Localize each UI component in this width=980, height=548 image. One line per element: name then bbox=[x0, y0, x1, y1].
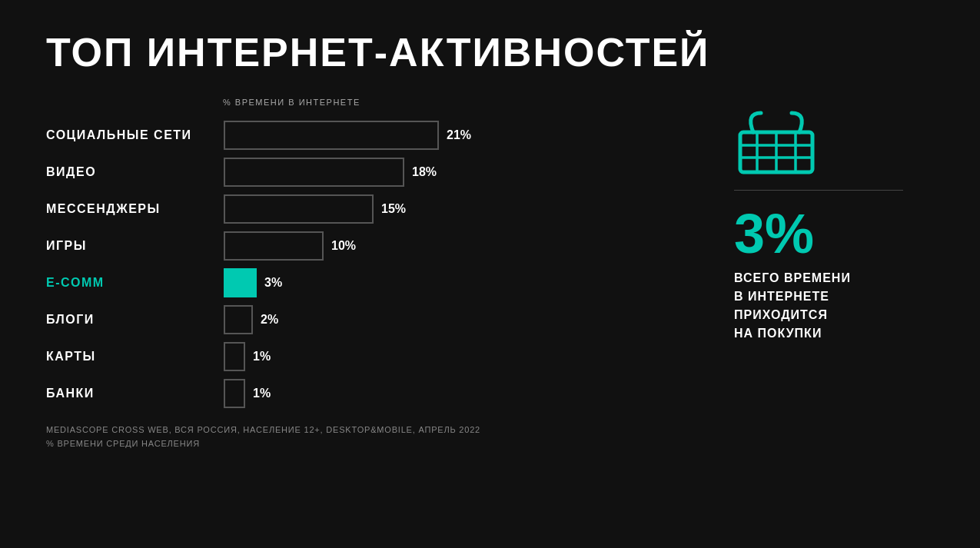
bar-container-video: 18% bbox=[224, 158, 437, 187]
bar-banks bbox=[224, 379, 245, 408]
bar-row-messengers: МЕССЕНДЖЕРЫ15% bbox=[46, 194, 703, 224]
row-label-messengers: МЕССЕНДЖЕРЫ bbox=[46, 202, 211, 216]
bar-row-ecomm: E-COMM3% bbox=[46, 268, 703, 297]
desc-line4: НА ПОКУПКИ bbox=[734, 324, 851, 343]
desc-line3: ПРИХОДИТСЯ bbox=[734, 306, 851, 324]
desc-line1: ВСЕГО ВРЕМЕНИ bbox=[734, 269, 851, 287]
row-label-video: ВИДЕО bbox=[46, 165, 211, 179]
row-label-ecomm: E-COMM bbox=[46, 276, 211, 290]
desc-line2: В ИНТЕРНЕТЕ bbox=[734, 287, 851, 306]
bar-row-social: СОЦИАЛЬНЫЕ СЕТИ21% bbox=[46, 121, 703, 150]
page-container: ТОП ИНТЕРНЕТ-АКТИВНОСТЕЙ % ВРЕМЕНИ В ИНТ… bbox=[0, 0, 980, 548]
bar-container-games: 10% bbox=[224, 231, 356, 261]
bar-container-ecomm: 3% bbox=[224, 268, 282, 297]
bar-percent-banks: 1% bbox=[253, 387, 271, 400]
row-label-banks: БАНКИ bbox=[46, 387, 211, 400]
bar-row-games: ИГРЫ10% bbox=[46, 231, 703, 261]
basket-icon bbox=[734, 105, 819, 174]
row-label-social: СОЦИАЛЬНЫЕ СЕТИ bbox=[46, 128, 211, 142]
bar-games bbox=[224, 231, 324, 261]
bar-percent-maps: 1% bbox=[253, 350, 271, 364]
bar-percent-social: 21% bbox=[447, 128, 471, 142]
bar-rows: СОЦИАЛЬНЫЕ СЕТИ21%ВИДЕО18%МЕССЕНДЖЕРЫ15%… bbox=[46, 121, 703, 408]
footer-line2: % ВРЕМЕНИ СРЕДИ НАСЕЛЕНИЯ bbox=[46, 437, 703, 451]
row-label-games: ИГРЫ bbox=[46, 239, 211, 253]
chart-section: % ВРЕМЕНИ В ИНТЕРНЕТЕ СОЦИАЛЬНЫЕ СЕТИ21%… bbox=[46, 98, 703, 525]
bar-row-banks: БАНКИ1% bbox=[46, 379, 703, 408]
footer-note: MEDIASCOPE CROSS WEB, ВСЯ РОССИЯ, НАСЕЛЕ… bbox=[46, 423, 703, 450]
axis-label: % ВРЕМЕНИ В ИНТЕРНЕТЕ bbox=[223, 98, 703, 107]
bar-container-maps: 1% bbox=[224, 342, 271, 371]
bar-percent-ecomm: 3% bbox=[264, 276, 282, 290]
bar-row-maps: КАРТЫ1% bbox=[46, 342, 703, 371]
right-panel: 3% ВСЕГО ВРЕМЕНИ В ИНТЕРНЕТЕ ПРИХОДИТСЯ … bbox=[719, 98, 934, 525]
main-content: % ВРЕМЕНИ В ИНТЕРНЕТЕ СОЦИАЛЬНЫЕ СЕТИ21%… bbox=[46, 98, 934, 525]
row-label-blogs: БЛОГИ bbox=[46, 313, 211, 327]
bar-container-banks: 1% bbox=[224, 379, 271, 408]
bar-row-blogs: БЛОГИ2% bbox=[46, 305, 703, 334]
bar-percent-messengers: 15% bbox=[381, 202, 406, 216]
bar-maps bbox=[224, 342, 245, 371]
bar-social bbox=[224, 121, 439, 150]
bar-video bbox=[224, 158, 404, 187]
page-title: ТОП ИНТЕРНЕТ-АКТИВНОСТЕЙ bbox=[46, 31, 934, 75]
bar-container-messengers: 15% bbox=[224, 194, 406, 224]
bar-container-social: 21% bbox=[224, 121, 471, 150]
bar-row-video: ВИДЕО18% bbox=[46, 158, 703, 187]
footer-line1: MEDIASCOPE CROSS WEB, ВСЯ РОССИЯ, НАСЕЛЕ… bbox=[46, 423, 703, 437]
bar-percent-games: 10% bbox=[331, 239, 356, 253]
right-description: ВСЕГО ВРЕМЕНИ В ИНТЕРНЕТЕ ПРИХОДИТСЯ НА … bbox=[734, 269, 851, 343]
bar-percent-blogs: 2% bbox=[261, 313, 278, 327]
bar-container-blogs: 2% bbox=[224, 305, 278, 334]
bar-blogs bbox=[224, 305, 253, 334]
big-percent: 3% bbox=[734, 206, 814, 261]
divider bbox=[734, 190, 903, 191]
bar-percent-video: 18% bbox=[412, 165, 437, 179]
bar-ecomm bbox=[224, 268, 257, 297]
bar-messengers bbox=[224, 194, 374, 224]
row-label-maps: КАРТЫ bbox=[46, 350, 211, 364]
